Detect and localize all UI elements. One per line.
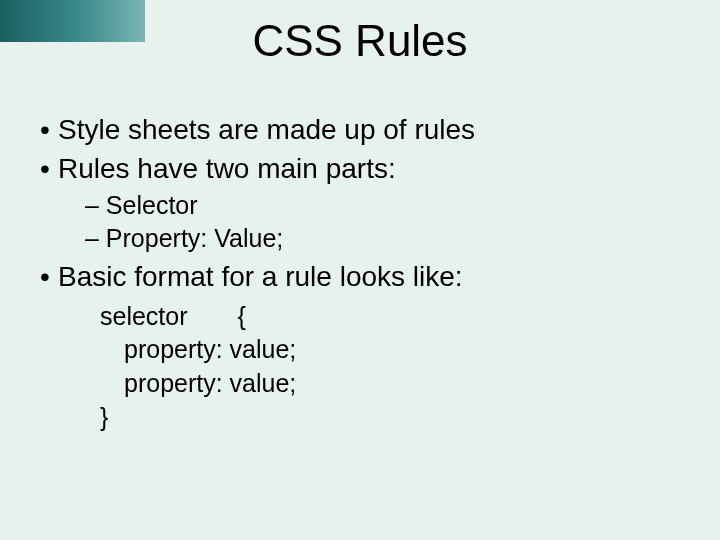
code-line: }: [100, 401, 690, 435]
slide-title: CSS Rules: [0, 16, 720, 66]
bullet-item: Rules have two main parts:: [30, 151, 690, 186]
code-line: property: value;: [100, 367, 690, 401]
sub-bullet-item: – Selector: [85, 190, 690, 221]
slide-body: Style sheets are made up of rules Rules …: [30, 108, 690, 435]
code-line: selector {: [100, 300, 690, 334]
code-line: property: value;: [100, 333, 690, 367]
bullet-item: Basic format for a rule looks like:: [30, 259, 690, 294]
bullet-item: Style sheets are made up of rules: [30, 112, 690, 147]
code-block: selector { property: value; property: va…: [100, 300, 690, 435]
slide: CSS Rules Style sheets are made up of ru…: [0, 0, 720, 540]
sub-bullet-item: – Property: Value;: [85, 223, 690, 254]
